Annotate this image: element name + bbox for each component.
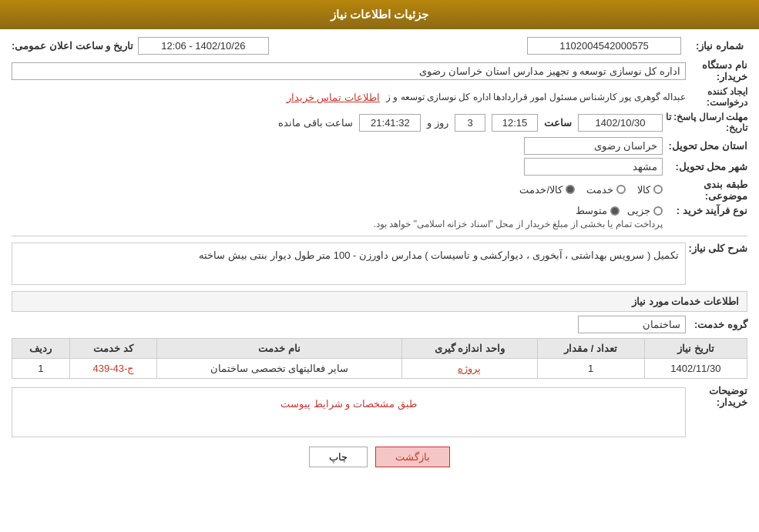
days-label: روز و: [427, 117, 448, 129]
cell-radif: 1: [12, 359, 70, 379]
cell-tarikh: 1402/11/30: [644, 359, 747, 379]
ijad-value: عبداله گوهری پور کارشناس مسئول امور قرار…: [386, 92, 686, 102]
radio-motavaset[interactable]: متوسط: [576, 205, 620, 216]
main-content: شماره نیاز: 1102004542000575 1402/10/26 …: [0, 29, 759, 484]
ostan-label: استان محل تحویل:: [663, 140, 747, 152]
radio-motavaset-circle: [610, 206, 620, 216]
mohlat-days: 3: [455, 114, 485, 132]
sharh-label: شرح کلی نیاز:: [686, 243, 747, 254]
shahr-label: شهر محل تحویل:: [663, 161, 747, 172]
back-button[interactable]: بازگشت: [375, 447, 450, 467]
radio-jozyi-circle: [653, 206, 663, 216]
nam-dastgah-value: اداره کل نوسازی توسعه و تجهیز مدارس استا…: [12, 62, 686, 80]
contact-link[interactable]: اطلاعات تماس خریدار: [287, 92, 380, 103]
announce-label: تاریخ و ساعت اعلان عمومی:: [12, 40, 133, 52]
mohlat-label: مهلت ارسال پاسخ: تا تاریخ:: [663, 112, 747, 133]
tawsif-box: طبق مشخصات و شرایط پیوست: [12, 387, 686, 437]
col-code: کد خدمت: [69, 339, 156, 359]
announce-value: 1402/10/26 - 12:06: [138, 37, 269, 55]
cell-code: ج-43-439: [69, 359, 156, 379]
cell-vahed: پروژه: [401, 359, 537, 379]
nam-dastgah-label: نام دستگاه خریدار:: [686, 59, 747, 82]
ijad-label: ایجاد کننده درخواست:: [686, 86, 747, 108]
radio-kala-khedmat-label: کالا/خدمت: [519, 184, 563, 196]
page-wrapper: جزئیات اطلاعات نیاز شماره نیاز: 11020045…: [0, 0, 759, 532]
unit-link[interactable]: پروژه: [458, 363, 481, 374]
radio-jozyi-label: جزیی: [627, 205, 650, 216]
tawsif-label: توضیحات خریدار:: [686, 385, 747, 408]
col-tedad: تعداد / مقدار: [537, 339, 644, 359]
radio-kala-label: کالا: [637, 184, 650, 196]
gorooh-label: گروه خدمت:: [686, 319, 747, 330]
shomara-value: 1102004542000575: [527, 37, 681, 55]
noe-farayand-label: نوع فرآیند خرید :: [663, 205, 747, 216]
tabaqe-label: طبقه بندی موضوعی:: [663, 179, 747, 202]
radio-kala-khedmat[interactable]: کالا/خدمت: [519, 184, 575, 196]
col-tarikh: تاریخ نیاز: [644, 339, 747, 359]
mohlat-date: 1402/10/30: [578, 114, 663, 132]
ostan-value: خراسان رضوی: [524, 137, 663, 155]
radio-kala-khedmat-circle: [566, 185, 575, 194]
radio-motavaset-label: متوسط: [576, 205, 607, 216]
radio-kala-circle: [653, 185, 663, 194]
button-row: بازگشت چاپ: [12, 447, 747, 467]
mohlat-time: 12:15: [492, 114, 538, 132]
radio-jozyi[interactable]: جزیی: [627, 205, 663, 216]
shomara-label: شماره نیاز:: [686, 40, 747, 52]
page-header: جزئیات اطلاعات نیاز: [0, 0, 759, 29]
remaining-label: ساعت باقی مانده: [278, 117, 353, 129]
radio-kala[interactable]: کالا: [637, 184, 663, 196]
mohlat-timer: 21:41:32: [359, 114, 421, 132]
radio-khedmat-label: خدمت: [586, 184, 613, 196]
shahr-value: مشهد: [524, 158, 663, 176]
noe-desc: پرداخت تمام یا بخشی از مبلغ خریدار از مح…: [12, 219, 663, 229]
cell-name: سایر فعالیتهای تخصصی ساختمان: [157, 359, 402, 379]
radio-khedmat-circle: [616, 185, 626, 194]
service-table: تاریخ نیاز تعداد / مقدار واحد اندازه گیر…: [12, 338, 747, 379]
radio-khedmat[interactable]: خدمت: [586, 184, 626, 196]
col-radif: ردیف: [12, 339, 70, 359]
service-section-title: اطلاعات خدمات مورد نیاز: [12, 291, 747, 312]
col-vahed: واحد اندازه گیری: [401, 339, 537, 359]
cell-tedad: 1: [537, 359, 644, 379]
print-button[interactable]: چاپ: [309, 447, 368, 467]
tawsif-value: طبق مشخصات و شرایط پیوست: [16, 392, 681, 410]
tabaqe-radio-group: کالا خدمت کالا/خدمت: [519, 184, 663, 196]
gorooh-value: ساختمان: [578, 316, 686, 333]
col-name: نام خدمت: [157, 339, 402, 359]
time-label: ساعت: [544, 117, 572, 129]
header-title: جزئیات اطلاعات نیاز: [331, 8, 428, 21]
table-row: 1402/11/30 1 پروژه سایر فعالیتهای تخصصی …: [12, 359, 747, 379]
sharh-value: تکمیل ( سرویس بهداشتی ، آبخوری ، دیوارکش…: [12, 243, 686, 285]
